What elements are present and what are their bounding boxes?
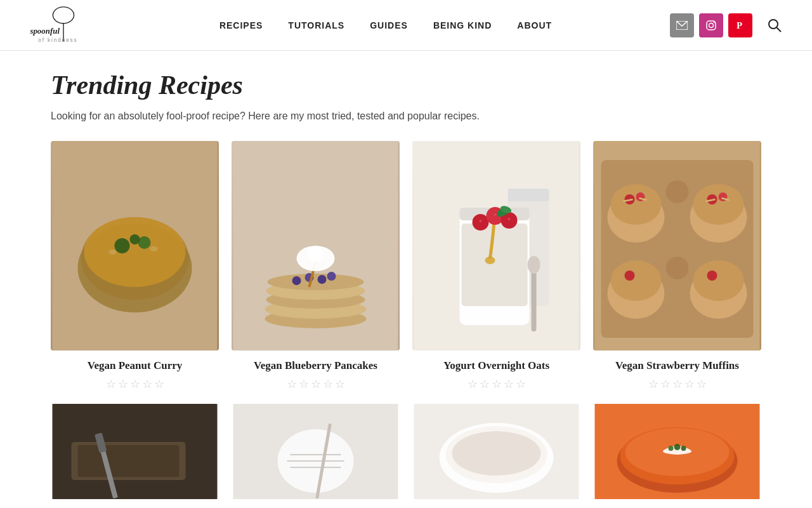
- svg-point-63: [693, 260, 744, 301]
- nav-being-kind[interactable]: BEING KIND: [433, 20, 492, 30]
- svg-point-18: [109, 250, 117, 255]
- svg-text:P: P: [737, 20, 742, 30]
- svg-point-26: [292, 276, 301, 285]
- svg-point-16: [138, 236, 151, 249]
- svg-point-90: [674, 444, 681, 450]
- recipe-card-2[interactable]: Vegan Blueberry Pancakes ☆ ☆ ☆ ☆ ☆: [232, 141, 400, 391]
- recipe-grid: Vegan Peanut Curry ☆ ☆ ☆ ☆ ☆: [51, 141, 761, 391]
- nav-guides[interactable]: GUIDES: [370, 20, 408, 30]
- svg-point-61: [625, 271, 635, 281]
- recipe-title-1: Vegan Peanut Curry: [88, 359, 183, 372]
- svg-point-44: [508, 218, 511, 220]
- recipe-title-3: Yogurt Overnight Oats: [443, 359, 549, 372]
- nav-recipes[interactable]: RECIPES: [219, 20, 263, 30]
- svg-point-14: [84, 217, 186, 287]
- svg-point-52: [611, 184, 662, 225]
- page-subtitle: Looking for an absolutely fool-proof rec…: [51, 110, 761, 122]
- svg-point-0: [53, 6, 74, 23]
- svg-point-17: [130, 234, 140, 244]
- svg-point-43: [494, 213, 497, 216]
- main-content: Trending Recipes Looking for an absolute…: [0, 51, 812, 508]
- bottom-card-2[interactable]: [232, 404, 400, 502]
- main-nav: RECIPES TUTORIALS GUIDES BEING KIND ABOU…: [219, 20, 552, 30]
- header-right: P: [670, 13, 787, 37]
- bottom-card-4[interactable]: [593, 404, 761, 502]
- svg-point-9: [769, 20, 778, 29]
- svg-point-19: [150, 246, 158, 251]
- recipe-stars-3: ☆ ☆ ☆ ☆ ☆: [468, 377, 526, 391]
- nav-about[interactable]: ABOUT: [517, 20, 552, 30]
- recipe-stars-4: ☆ ☆ ☆ ☆ ☆: [648, 377, 707, 391]
- svg-point-28: [318, 275, 327, 284]
- svg-text:of kindness: of kindness: [38, 37, 77, 43]
- svg-text:spoonful: spoonful: [29, 26, 60, 36]
- svg-point-56: [693, 184, 744, 225]
- svg-point-38: [485, 257, 495, 264]
- svg-point-91: [669, 446, 674, 451]
- recipe-card-4[interactable]: Vegan Strawberry Muffins ☆ ☆ ☆ ☆ ☆: [593, 141, 761, 391]
- recipe-stars-1: ☆ ☆ ☆ ☆ ☆: [106, 377, 164, 391]
- social-icons: P: [670, 13, 752, 37]
- svg-rect-37: [462, 224, 528, 306]
- svg-point-29: [327, 272, 336, 281]
- recipe-title-2: Vegan Blueberry Pancakes: [254, 359, 377, 372]
- svg-line-10: [777, 27, 782, 32]
- svg-rect-34: [508, 189, 549, 201]
- svg-point-60: [611, 260, 662, 301]
- instagram-button[interactable]: [699, 13, 723, 37]
- svg-point-85: [452, 431, 541, 476]
- svg-point-31: [308, 246, 324, 262]
- bottom-card-1[interactable]: [51, 404, 219, 502]
- svg-point-15: [115, 238, 130, 253]
- search-button[interactable]: [763, 13, 787, 37]
- svg-point-92: [681, 446, 686, 451]
- logo[interactable]: spoonful of kindness: [25, 3, 102, 48]
- site-header: spoonful of kindness RECIPES TUTORIALS G…: [0, 0, 812, 51]
- page-title: Trending Recipes: [51, 70, 761, 100]
- svg-point-70: [666, 257, 689, 279]
- svg-point-6: [709, 23, 714, 27]
- svg-point-25: [268, 274, 364, 290]
- bottom-card-3[interactable]: [412, 404, 580, 502]
- recipe-card-3[interactable]: Yogurt Overnight Oats ☆ ☆ ☆ ☆ ☆: [412, 141, 580, 391]
- recipe-title-4: Vegan Strawberry Muffins: [615, 359, 739, 372]
- svg-point-69: [666, 180, 689, 203]
- svg-point-7: [714, 22, 715, 23]
- svg-rect-47: [532, 268, 537, 331]
- svg-point-48: [528, 256, 540, 274]
- pinterest-button[interactable]: P: [728, 13, 752, 37]
- recipe-card-1[interactable]: Vegan Peanut Curry ☆ ☆ ☆ ☆ ☆: [51, 141, 219, 391]
- bottom-recipe-grid: [51, 404, 761, 502]
- svg-point-64: [707, 271, 717, 281]
- nav-tutorials[interactable]: TUTORIALS: [288, 20, 344, 30]
- svg-rect-73: [78, 445, 180, 477]
- recipe-stars-2: ☆ ☆ ☆ ☆ ☆: [287, 377, 345, 391]
- email-button[interactable]: [670, 13, 694, 37]
- svg-point-42: [480, 220, 482, 222]
